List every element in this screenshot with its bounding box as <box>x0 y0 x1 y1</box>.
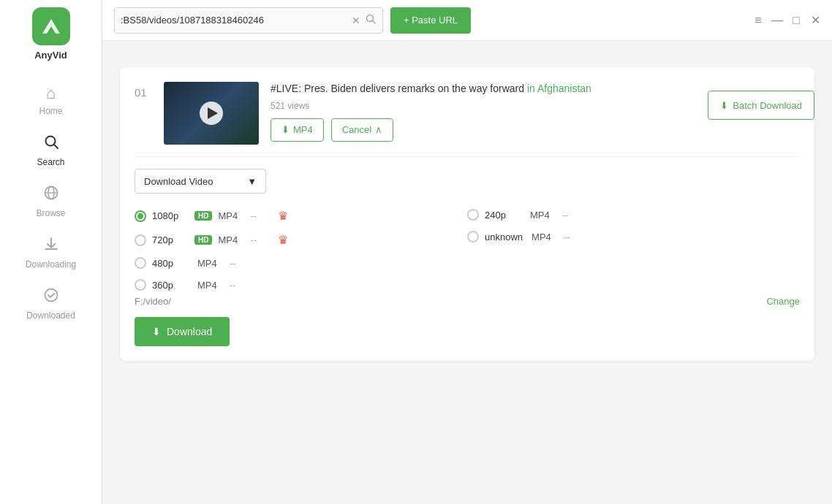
sidebar-item-home[interactable]: ⌂ Home <box>0 75 102 125</box>
sidebar-item-downloaded[interactable]: Downloaded <box>0 278 102 329</box>
downloaded-icon <box>43 287 59 308</box>
batch-download-label: Batch Download <box>733 100 802 111</box>
label-1080p: 1080p <box>152 210 189 221</box>
radio-unknown[interactable] <box>467 231 479 243</box>
size-720p: -- <box>250 234 272 245</box>
url-display: :BS58/videos/1087188318460246 <box>121 15 347 26</box>
size-480p: -- <box>230 258 252 269</box>
search-icon <box>43 134 59 154</box>
svg-line-7 <box>372 20 375 23</box>
maximize-button[interactable]: □ <box>791 15 801 26</box>
sidebar-item-browse[interactable]: Browse <box>0 176 102 227</box>
format-240p: MP4 <box>530 210 556 221</box>
cancel-button[interactable]: Cancel ∧ <box>331 118 393 142</box>
app-name: AnyVid <box>34 50 67 61</box>
quality-left-col: 1080p HD MP4 -- ♛ 720p HD MP4 -- <box>135 204 467 296</box>
radio-240p[interactable] <box>467 209 479 221</box>
size-360p: -- <box>230 280 252 291</box>
sidebar-label-downloading: Downloading <box>26 259 76 270</box>
size-240p: -- <box>562 210 584 221</box>
url-input-wrapper[interactable]: :BS58/videos/1087188318460246 ✕ <box>114 7 383 34</box>
download-button[interactable]: ⬇ Download <box>135 317 230 346</box>
label-720p: 720p <box>152 234 189 245</box>
format-1080p: MP4 <box>218 210 244 221</box>
url-search-button[interactable] <box>365 13 377 28</box>
download-options: Download Video ▼ 1080p HD MP4 -- ♛ <box>135 156 800 346</box>
mp4-download-icon: ⬇ <box>281 124 290 135</box>
sidebar-item-downloading[interactable]: Downloading <box>0 227 102 278</box>
quality-row-240p: 240p MP4 -- <box>467 204 800 226</box>
label-480p: 480p <box>152 258 189 269</box>
sidebar-label-search: Search <box>37 157 64 167</box>
sidebar-label-browse: Browse <box>36 208 65 218</box>
crown-icon-1080p: ♛ <box>278 209 288 223</box>
batch-download-button[interactable]: ⬇ Batch Download <box>708 91 814 120</box>
paste-url-button[interactable]: + Paste URL <box>390 7 471 34</box>
label-360p: 360p <box>152 280 189 291</box>
download-btn-label: Download <box>167 326 212 337</box>
format-unknown: MP4 <box>532 232 558 243</box>
radio-360p[interactable] <box>135 279 146 291</box>
save-path-text: F:/video/ <box>135 296 171 307</box>
svg-point-5 <box>45 289 57 302</box>
change-path-button[interactable]: Change <box>766 296 800 307</box>
mp4-label: MP4 <box>293 124 313 135</box>
svg-line-1 <box>53 145 57 148</box>
quality-row-360p: 360p MP4 -- <box>135 274 467 296</box>
play-button[interactable] <box>200 102 223 125</box>
quality-row-480p: 480p MP4 -- <box>135 252 467 274</box>
label-240p: 240p <box>485 210 521 221</box>
main-area: :BS58/videos/1087188318460246 ✕ + Paste … <box>102 0 832 504</box>
format-480p: MP4 <box>197 258 224 269</box>
browse-icon <box>43 185 59 205</box>
format-360p: MP4 <box>197 280 224 291</box>
video-title-text: #LIVE: Pres. Biden delivers remarks on t… <box>271 83 524 94</box>
minimize-button[interactable]: — <box>772 15 782 26</box>
logo-area: AnyVid <box>32 7 70 61</box>
sidebar-label-home: Home <box>39 106 62 116</box>
home-icon: ⌂ <box>46 84 56 103</box>
titlebar: :BS58/videos/1087188318460246 ✕ + Paste … <box>102 0 832 41</box>
downloading-icon <box>43 236 59 256</box>
sidebar-label-downloaded: Downloaded <box>26 310 75 321</box>
cancel-label: Cancel <box>342 124 371 135</box>
video-header: 01 #LIVE: Pres. Biden delivers remarks o… <box>135 82 800 145</box>
window-controls: ≡ — □ ✕ <box>753 15 820 26</box>
quality-right-col: 240p MP4 -- unknown MP4 -- <box>467 204 800 296</box>
content-area: ⬇ Batch Download 01 #LIVE: Pres. Biden d… <box>102 41 832 504</box>
video-title-highlight: in Afghanistan <box>524 83 591 94</box>
radio-720p[interactable] <box>135 234 146 246</box>
download-type-select[interactable]: Download Video ▼ <box>135 169 266 194</box>
label-unknown: unknown <box>485 232 523 243</box>
save-path-row: F:/video/ Change <box>135 296 800 307</box>
play-triangle-icon <box>208 107 218 119</box>
quality-columns: 1080p HD MP4 -- ♛ 720p HD MP4 -- <box>135 204 800 296</box>
video-thumbnail[interactable] <box>164 82 259 145</box>
video-actions: ⬇ MP4 Cancel ∧ <box>271 118 800 142</box>
radio-1080p[interactable] <box>135 210 146 222</box>
sidebar: AnyVid ⌂ Home Search Browse <box>0 0 102 504</box>
quality-row-1080p: 1080p HD MP4 -- ♛ <box>135 204 467 228</box>
cancel-chevron-icon: ∧ <box>375 124 382 135</box>
url-clear-button[interactable]: ✕ <box>352 15 360 26</box>
quality-row-unknown: unknown MP4 -- <box>467 226 800 248</box>
menu-button[interactable]: ≡ <box>753 15 763 26</box>
hd-badge-1080p: HD <box>194 211 212 221</box>
close-button[interactable]: ✕ <box>810 15 820 26</box>
size-unknown: -- <box>564 232 586 243</box>
quality-row-720p: 720p HD MP4 -- ♛ <box>135 228 467 252</box>
sidebar-item-search[interactable]: Search <box>0 125 102 176</box>
app-logo <box>32 7 70 45</box>
dropdown-arrow-icon: ▼ <box>247 176 257 187</box>
batch-download-icon: ⬇ <box>720 100 728 111</box>
mp4-button[interactable]: ⬇ MP4 <box>271 118 324 142</box>
video-number: 01 <box>135 82 152 145</box>
format-720p: MP4 <box>218 234 244 245</box>
download-btn-icon: ⬇ <box>152 326 161 337</box>
crown-icon-720p: ♛ <box>278 233 288 247</box>
hd-badge-720p: HD <box>194 235 212 245</box>
size-1080p: -- <box>250 210 272 221</box>
radio-480p[interactable] <box>135 257 146 269</box>
download-type-label: Download Video <box>144 176 213 187</box>
